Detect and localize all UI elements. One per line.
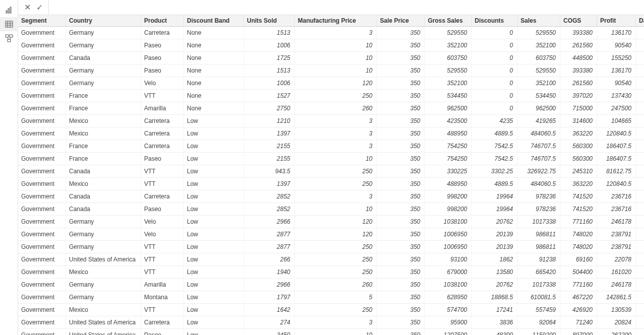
cell[interactable]: 120 [295,228,377,241]
cell[interactable]: 104665 [597,115,636,127]
cell[interactable]: Wednesday, October 1, 2014 [636,178,645,190]
cell[interactable]: 1210 [244,115,295,127]
cell[interactable]: None [184,64,244,77]
col-header-country[interactable]: Country [66,15,141,27]
cell[interactable]: 393380 [560,64,597,77]
cell[interactable]: 136170 [597,64,636,77]
cell[interactable]: None [184,77,244,90]
cell[interactable]: 95900 [425,316,472,329]
cell[interactable]: 397020 [560,90,597,102]
cell[interactable]: 1725 [244,52,295,64]
cell[interactable]: Low [184,291,244,304]
cell[interactable]: 350 [377,102,425,115]
cell[interactable]: Paseo [141,64,184,77]
cell[interactable]: Tuesday, July 1, 2014 [636,329,645,336]
cell[interactable]: Government [18,115,66,127]
cell[interactable]: Low [184,279,244,291]
cell[interactable]: Low [184,140,244,153]
table-row[interactable]: GovernmentGermanyVeloNone100612035035210… [18,77,644,90]
cell[interactable]: 266 [244,253,295,266]
cell[interactable]: Amarilla [141,279,184,291]
cell[interactable]: Carretera [141,140,184,153]
cell[interactable]: 1513 [244,64,295,77]
cell[interactable]: 4889.5 [472,127,518,140]
cell[interactable]: 529550 [425,64,472,77]
cell[interactable]: 754250 [425,153,472,165]
table-row[interactable]: GovernmentCanadaCarreteraLow285233509982… [18,190,644,203]
cell[interactable]: Paseo [141,39,184,52]
cell[interactable]: Low [184,115,244,127]
cell[interactable]: 250 [295,253,377,266]
cell[interactable]: 48300 [472,329,518,336]
cell[interactable]: 1017338 [518,216,560,228]
cell[interactable]: 0 [472,27,518,39]
cell[interactable]: 352100 [425,77,472,90]
cell[interactable]: 1862 [472,253,518,266]
cell[interactable]: 17241 [472,304,518,316]
cell[interactable]: VTT [141,178,184,190]
cell[interactable]: 260 [295,102,377,115]
cell[interactable]: 771160 [560,279,597,291]
cell[interactable]: Government [18,253,66,266]
cell[interactable]: 419265 [518,115,560,127]
cell[interactable]: Wednesday, October 1, 2014 [636,241,645,253]
cell[interactable]: 350 [377,90,425,102]
table-row[interactable]: GovernmentCanadaVTTLow943.52503503302253… [18,165,644,178]
cell[interactable]: 314600 [560,115,597,127]
cell[interactable]: 10 [295,203,377,216]
cell[interactable]: 1207500 [425,329,472,336]
cell[interactable]: 142861.5 [597,291,636,304]
cell[interactable]: 71240 [560,316,597,329]
cell[interactable]: Paseo [141,153,184,165]
cell[interactable]: 350 [377,127,425,140]
cell[interactable]: 350 [377,216,425,228]
cell[interactable]: 529550 [425,27,472,39]
cell[interactable]: 504400 [560,266,597,279]
cell[interactable]: 560300 [560,153,597,165]
cell[interactable]: Government [18,64,66,77]
cell[interactable]: Germany [66,77,141,90]
report-view-button[interactable] [0,3,18,17]
cell[interactable]: 484060.5 [518,127,560,140]
cell[interactable]: 529550 [518,27,560,39]
cell[interactable]: United States of America [66,329,141,336]
cell[interactable]: 943.5 [244,165,295,178]
cell[interactable]: 350 [377,329,425,336]
cell[interactable]: 3 [295,140,377,153]
cell[interactable]: Government [18,279,66,291]
cell[interactable]: 350 [377,165,425,178]
cell[interactable]: Government [18,304,66,316]
cell[interactable]: 897000 [560,329,597,336]
cell[interactable]: 1038100 [425,216,472,228]
cell[interactable]: 426920 [560,304,597,316]
cell[interactable]: Government [18,77,66,90]
cell[interactable]: Government [18,52,66,64]
cell[interactable]: 771160 [560,216,597,228]
cell[interactable]: 715000 [560,102,597,115]
cell[interactable]: 488950 [425,178,472,190]
cell[interactable]: 350 [377,39,425,52]
cell[interactable]: 746707.5 [518,140,560,153]
model-view-button[interactable] [0,31,18,45]
cell[interactable]: Germany [66,241,141,253]
col-header-date[interactable]: Date [636,15,645,27]
table-row[interactable]: GovernmentGermanyVeloLow2877120350100695… [18,228,644,241]
cell[interactable]: 2877 [244,241,295,253]
cell[interactable]: Monday, December 1, 2014 [636,203,645,216]
cell[interactable]: Government [18,140,66,153]
cell[interactable]: VTT [141,90,184,102]
cell[interactable]: Carretera [141,190,184,203]
cell[interactable]: 560300 [560,140,597,153]
table-row[interactable]: GovernmentGermanyCarreteraNone1513335052… [18,27,644,39]
cell[interactable]: VTT [141,304,184,316]
cell[interactable]: Government [18,102,66,115]
table-row[interactable]: GovernmentMexicoVTTLow194025035067900013… [18,266,644,279]
cell[interactable]: 350 [377,203,425,216]
cell[interactable]: 20762 [472,279,518,291]
cell[interactable]: Low [184,241,244,253]
col-header-product[interactable]: Product [141,15,184,27]
cell[interactable]: Carretera [141,316,184,329]
cell[interactable]: 962500 [518,102,560,115]
cell[interactable]: 326922.75 [518,165,560,178]
cell[interactable]: 350 [377,266,425,279]
